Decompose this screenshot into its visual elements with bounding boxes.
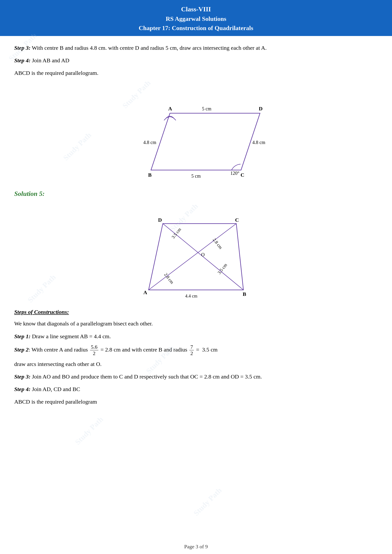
step2-sol5-part2: draw arcs intersecting each other at O. <box>14 359 378 369</box>
watermark8: Study Path <box>192 486 224 518</box>
fraction2: 7 2 <box>189 344 194 357</box>
svg-text:C: C <box>235 217 239 223</box>
svg-marker-10 <box>149 224 243 290</box>
step4-sol5-text: Step 4: Join AD, CD and BC <box>14 384 378 394</box>
abcd-note2: ABCD is the required parallelogram <box>14 397 378 407</box>
steps-of-constructions-heading: Steps of Constructions: <box>14 309 378 315</box>
we-know-text: We know that diagonals of a parallelogra… <box>14 319 378 329</box>
header-line1: Class-VIII <box>5 4 387 14</box>
parallelogram-diagonals-diagram: A B C D O 4.4 cm 3.5 cm 3.5 cm 2.8 cm 2.… <box>127 205 265 304</box>
step3-sol5-text: Step 3: Join AO and BO and produce them … <box>14 372 378 382</box>
step4-sol5-label: Step 4: <box>14 386 31 392</box>
solution5-label: Solution 5: <box>14 190 378 198</box>
header-line2: RS Aggarwal Solutions <box>5 14 387 23</box>
diagram2-container: A B C D O 4.4 cm 3.5 cm 3.5 cm 2.8 cm 2.… <box>14 205 378 304</box>
step1-sol5-text: Step 1: Draw a line segment AB = 4.4 cm. <box>14 331 378 341</box>
fraction2-denominator: 2 <box>189 350 194 356</box>
footer-text: Page 3 of 9 <box>184 544 208 549</box>
main-content: Step 3: With centre B and radius 4.8 cm.… <box>0 36 392 423</box>
step4-text: Step 4: Join AB and AD <box>14 56 378 65</box>
step2-sol5-text: Step 2: With centre A and radius 5.6 2 =… <box>14 344 378 357</box>
abcd-note: ABCD is the required parallelogram. <box>14 68 378 78</box>
svg-text:3.5 cm: 3.5 cm <box>217 263 228 275</box>
svg-text:B: B <box>243 291 246 297</box>
page-header: Class-VIII RS Aggarwal Solutions Chapter… <box>0 0 392 36</box>
step1-sol5-label: Step 1: <box>14 333 31 339</box>
step3-label: Step 3: <box>14 45 31 51</box>
step3-text: Step 3: With centre B and radius 4.8 cm.… <box>14 43 378 53</box>
svg-text:4.8 cm: 4.8 cm <box>252 140 266 145</box>
svg-line-11 <box>149 224 236 290</box>
svg-text:2.8 cm: 2.8 cm <box>212 237 224 250</box>
step4-label: Step 4: <box>14 57 31 63</box>
diagram1-container: A D B C 5 cm 4.8 cm 4.8 cm 5 cm 120° <box>14 85 378 184</box>
svg-text:C: C <box>241 172 244 178</box>
svg-text:2.8 cm: 2.8 cm <box>163 272 175 285</box>
svg-text:B: B <box>148 172 152 178</box>
svg-text:4.8 cm: 4.8 cm <box>143 140 156 145</box>
step2-sol5-label: Step 2 <box>14 346 29 353</box>
parallelogram-diagram: A D B C 5 cm 4.8 cm 4.8 cm 5 cm 120° <box>123 85 269 184</box>
svg-text:5 cm: 5 cm <box>191 173 201 179</box>
page-footer: Page 3 of 9 <box>0 544 392 550</box>
svg-text:D: D <box>158 217 162 223</box>
svg-marker-0 <box>151 113 260 170</box>
svg-text:120°: 120° <box>230 171 239 176</box>
svg-text:A: A <box>143 290 147 295</box>
svg-text:D: D <box>259 106 263 111</box>
svg-text:A: A <box>168 106 172 111</box>
fraction1: 5.6 2 <box>90 344 98 357</box>
step3-sol5-label: Step 3: <box>14 374 31 380</box>
fraction1-numerator: 5.6 <box>90 344 98 350</box>
fraction2-numerator: 7 <box>189 344 194 350</box>
svg-text:3.5 cm: 3.5 cm <box>171 227 182 240</box>
svg-text:O: O <box>201 252 204 257</box>
svg-text:4.4 cm: 4.4 cm <box>185 293 197 298</box>
fraction1-denominator: 2 <box>92 350 97 356</box>
svg-text:5 cm: 5 cm <box>202 106 211 111</box>
header-line3: Chapter 17: Construction of Quadrilatera… <box>5 23 387 33</box>
